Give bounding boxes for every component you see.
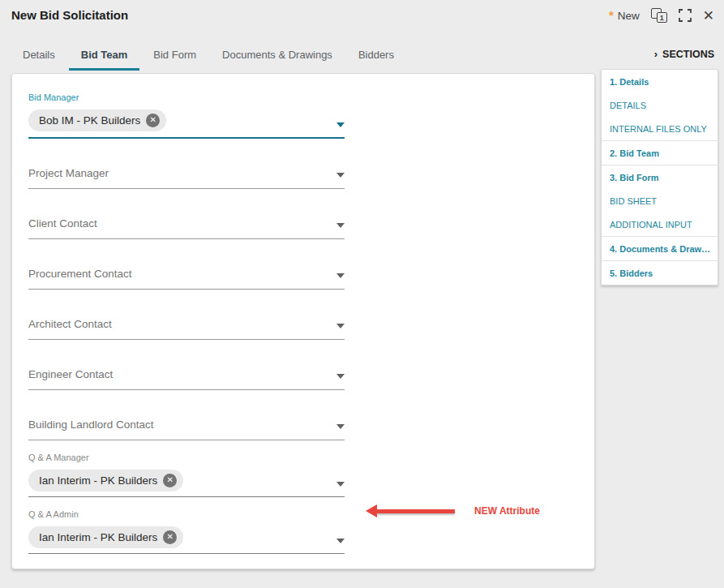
chevron-down-icon[interactable] xyxy=(336,482,345,487)
project-manager-field[interactable]: Project Manager xyxy=(28,165,345,189)
architect-contact-field[interactable]: Architect Contact xyxy=(28,316,345,340)
building-landlord-contact-field[interactable]: Building Landlord Contact xyxy=(28,417,345,440)
chip-text: Ian Interim - PK Builders xyxy=(39,474,157,487)
status-badge: * New xyxy=(609,10,640,22)
chevron-down-icon[interactable] xyxy=(336,223,345,228)
layers-icon: 1 xyxy=(651,8,667,23)
section-item-details-sub[interactable]: DETAILS xyxy=(602,93,718,117)
section-item-bid-team[interactable]: 2. Bid Team xyxy=(602,140,718,165)
chevron-right-icon: › xyxy=(654,48,658,60)
chevron-down-icon[interactable] xyxy=(336,539,345,543)
building-landlord-contact-placeholder: Building Landlord Contact xyxy=(28,417,345,440)
qa-admin-field[interactable]: Q & A Admin Ian Interim - PK Builders ✕ xyxy=(28,509,345,554)
chip-text: Ian Interim - PK Builders xyxy=(39,531,157,543)
engineer-contact-placeholder: Engineer Contact xyxy=(28,367,345,390)
bid-manager-field[interactable]: Bid Manager Bob IM - PK Builders ✕ xyxy=(28,74,345,139)
sections-toggle[interactable]: › SECTIONS xyxy=(654,48,714,60)
procurement-contact-field[interactable]: Procurement Contact xyxy=(28,266,345,290)
qa-manager-label: Q & A Manager xyxy=(28,453,345,463)
engineer-contact-field[interactable]: Engineer Contact xyxy=(28,367,345,390)
section-item-details[interactable]: 1. Details xyxy=(602,70,718,93)
project-manager-placeholder: Project Manager xyxy=(28,165,345,189)
annotation: NEW Attribute xyxy=(366,504,540,517)
chevron-down-icon[interactable] xyxy=(336,122,345,127)
section-item-bid-form[interactable]: 3. Bid Form xyxy=(602,165,718,189)
annotation-label: NEW Attribute xyxy=(474,505,540,517)
qa-manager-chip: Ian Interim - PK Builders ✕ xyxy=(28,470,183,491)
chip-remove-icon[interactable]: ✕ xyxy=(163,474,177,487)
close-icon: ✕ xyxy=(703,9,714,23)
page-title: New Bid Solicitation xyxy=(11,8,128,22)
unsaved-asterisk-icon: * xyxy=(609,11,614,19)
client-contact-field[interactable]: Client Contact xyxy=(28,216,345,239)
tab-bid-team[interactable]: Bid Team xyxy=(69,44,140,71)
sections-header-label: SECTIONS xyxy=(662,49,714,60)
section-item-internal-files-only[interactable]: INTERNAL FILES ONLY xyxy=(602,117,718,140)
bid-team-form-card: Bid Manager Bob IM - PK Builders ✕ Proje… xyxy=(11,73,595,569)
status-label: New xyxy=(618,10,640,22)
chevron-down-icon[interactable] xyxy=(336,324,345,328)
qa-manager-field[interactable]: Q & A Manager Ian Interim - PK Builders … xyxy=(28,453,345,497)
red-arrow-icon xyxy=(366,504,455,517)
fullscreen-icon xyxy=(679,9,692,22)
bid-manager-label: Bid Manager xyxy=(28,92,345,103)
chevron-down-icon[interactable] xyxy=(336,173,345,178)
section-item-additional-input[interactable]: ADDITIONAL INPUT xyxy=(602,212,718,236)
open-windows-button[interactable]: 1 xyxy=(651,7,667,24)
qa-admin-label: Q & A Admin xyxy=(28,509,345,520)
maximize-button[interactable] xyxy=(679,7,692,24)
section-item-bidders[interactable]: 5. Bidders xyxy=(602,260,718,285)
tab-bidders[interactable]: Bidders xyxy=(346,44,406,71)
chip-remove-icon[interactable]: ✕ xyxy=(163,530,177,544)
tab-details[interactable]: Details xyxy=(11,44,67,71)
chip-text: Bob IM - PK Builders xyxy=(39,114,140,127)
client-contact-placeholder: Client Contact xyxy=(28,216,345,239)
sections-panel: 1. Details DETAILS INTERNAL FILES ONLY 2… xyxy=(601,69,718,285)
window-controls: * New 1 ✕ xyxy=(609,7,714,24)
close-button[interactable]: ✕ xyxy=(703,7,714,24)
window-count: 1 xyxy=(657,12,667,23)
chevron-down-icon[interactable] xyxy=(336,424,345,429)
chevron-down-icon[interactable] xyxy=(336,273,345,278)
tab-bid-form[interactable]: Bid Form xyxy=(141,44,208,71)
bid-manager-chip: Bob IM - PK Builders ✕ xyxy=(28,109,166,131)
section-item-bid-sheet[interactable]: BID SHEET xyxy=(602,189,718,212)
procurement-contact-placeholder: Procurement Contact xyxy=(28,266,345,290)
tab-documents-drawings[interactable]: Documents & Drawings xyxy=(210,44,345,71)
qa-admin-chip: Ian Interim - PK Builders ✕ xyxy=(28,526,183,548)
chip-remove-icon[interactable]: ✕ xyxy=(146,114,160,127)
architect-contact-placeholder: Architect Contact xyxy=(28,316,345,340)
chevron-down-icon[interactable] xyxy=(336,374,345,379)
section-item-documents-drawings[interactable]: 4. Documents & Drawin… xyxy=(602,236,718,260)
tab-bar: Details Bid Team Bid Form Documents & Dr… xyxy=(11,46,406,71)
